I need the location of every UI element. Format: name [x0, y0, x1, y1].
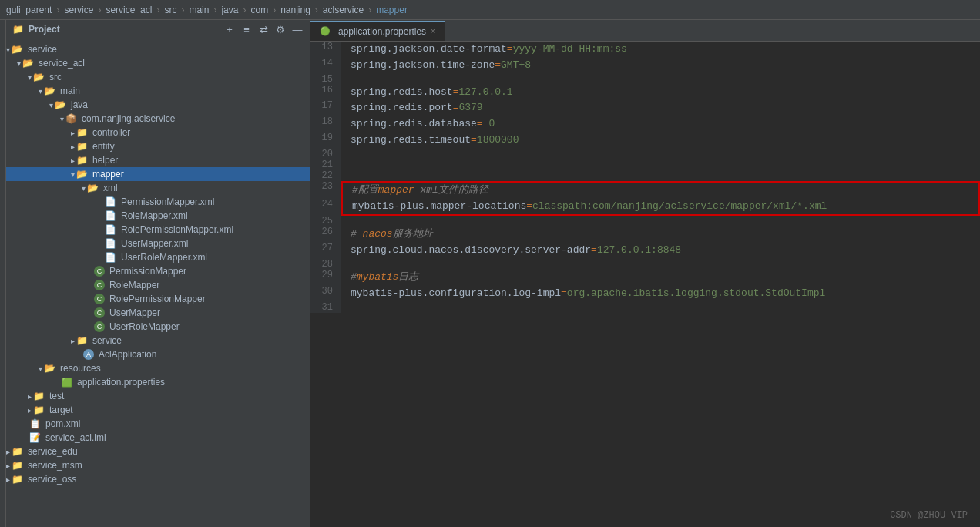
- line-content[interactable]: [341, 159, 980, 170]
- tree-item-UserMapper[interactable]: CUserMapper: [6, 306, 310, 320]
- line-content[interactable]: #mybatis日志: [341, 270, 980, 286]
- code-line-16: 16spring.redis.host=127.0.0.1: [310, 85, 980, 101]
- tree-item-UserRoleMapper[interactable]: CUserRoleMapper: [6, 320, 310, 334]
- tree-item-service_oss[interactable]: ▸📁service_oss: [6, 472, 310, 486]
- tab-application-properties[interactable]: 🟢 application.properties ×: [310, 21, 445, 41]
- tree-item-UserRoleMapper.xml[interactable]: 📄UserRoleMapper.xml: [6, 250, 310, 264]
- breadcrumb-item-2[interactable]: service_acl: [106, 5, 152, 15]
- watermark: CSDN @ZHOU_VIP: [890, 510, 968, 521]
- line-content[interactable]: spring.cloud.nacos.discovery.server-addr…: [341, 243, 980, 259]
- arrow-right-icon: ▸: [28, 392, 32, 401]
- tree-item-UserMapper.xml[interactable]: 📄UserMapper.xml: [6, 237, 310, 250]
- code-editor[interactable]: 13spring.jackson.date-format=yyyy-MM-dd …: [310, 42, 980, 527]
- tree-label: service_oss: [26, 474, 76, 485]
- line-content[interactable]: [341, 170, 980, 181]
- line-content[interactable]: spring.redis.timeout=1800000: [341, 133, 980, 149]
- tree-item-entity[interactable]: ▸📁entity: [6, 139, 310, 153]
- breadcrumb-item-7[interactable]: nanjing: [280, 5, 310, 15]
- line-content[interactable]: spring.jackson.time-zone=GMT+8: [341, 58, 980, 74]
- tree-item-application.properties[interactable]: 🟩application.properties: [6, 375, 310, 389]
- tree-item-xml[interactable]: ▾📂xml: [6, 181, 310, 195]
- line-content[interactable]: [341, 74, 980, 85]
- folder-open-icon: 📂: [33, 72, 45, 82]
- tree-item-PermissionMapper.xml[interactable]: 📄PermissionMapper.xml: [6, 195, 310, 209]
- tree-item-service_acl[interactable]: ▾📂service_acl: [6, 56, 310, 70]
- tab-close-button[interactable]: ×: [431, 27, 435, 35]
- breadcrumb-item-5[interactable]: java: [221, 5, 238, 15]
- folder-closed-icon: 📁: [76, 155, 88, 166]
- breadcrumb-item-6[interactable]: com: [250, 5, 268, 15]
- tree-item-test[interactable]: ▸📁test: [6, 389, 310, 403]
- tree-item-helper[interactable]: ▸📁helper: [6, 153, 310, 167]
- line-content[interactable]: # nacos服务地址: [341, 227, 980, 243]
- tree-item-resources[interactable]: ▾📂resources: [6, 361, 310, 375]
- tree-label: resources: [59, 363, 101, 374]
- xml-file-icon: 📄: [105, 196, 116, 207]
- breadcrumb-item-8[interactable]: aclservice: [323, 5, 364, 15]
- tree-item-RoleMapper[interactable]: CRoleMapper: [6, 278, 310, 292]
- folder-closed-icon: 📁: [12, 474, 23, 485]
- tree-item-java[interactable]: ▾📂java: [6, 98, 310, 112]
- settings-icon[interactable]: ⚙: [274, 23, 287, 35]
- tree-item-RolePermissionMapper.xml[interactable]: 📄RolePermissionMapper.xml: [6, 223, 310, 237]
- sidebar: 📁 Project + ≡ ⇄ ⚙ — ▾📂service▾📂service_a…: [6, 20, 310, 527]
- folder-closed-icon: 📁: [76, 127, 88, 138]
- line-number: 25: [310, 216, 341, 227]
- tree-item-service_edu[interactable]: ▸📁service_edu: [6, 445, 310, 458]
- tree-item-PermissionMapper[interactable]: CPermissionMapper: [6, 264, 310, 278]
- tree-item-AclApplication[interactable]: AAclApplication: [6, 347, 310, 361]
- breadcrumb-sep-7: ›: [273, 5, 276, 15]
- tree-item-mapper[interactable]: ▾📂mapper: [6, 167, 310, 181]
- tree-item-pom.xml[interactable]: 📋pom.xml: [6, 417, 310, 431]
- line-number: 21: [310, 159, 341, 170]
- tree-label: entity: [91, 141, 115, 152]
- code-line-23: 23#配置mapper xml文件的路径: [310, 181, 980, 199]
- minimize-icon[interactable]: —: [291, 23, 304, 35]
- line-content[interactable]: [341, 149, 980, 159]
- tree-item-com.nanjing.aclservice[interactable]: ▾📦com.nanjing.aclservice: [6, 112, 310, 126]
- tree-item-controller[interactable]: ▸📁controller: [6, 126, 310, 139]
- tree-item-target[interactable]: ▸📁target: [6, 403, 310, 417]
- sync-icon[interactable]: ⇄: [257, 23, 270, 35]
- tree-item-service_msm[interactable]: ▸📁service_msm: [6, 458, 310, 472]
- line-number: 31: [310, 302, 341, 313]
- tree-item-src[interactable]: ▾📂src: [6, 70, 310, 84]
- folder-open-icon: 📂: [44, 363, 55, 374]
- tree-item-RoleMapper.xml[interactable]: 📄RoleMapper.xml: [6, 209, 310, 223]
- line-number: 23: [310, 181, 341, 199]
- breadcrumb-item-0[interactable]: guli_parent: [6, 5, 52, 15]
- tree-item-main[interactable]: ▾📂main: [6, 84, 310, 98]
- code-line-30: 30mybatis-plus.configuration.log-impl=or…: [310, 286, 980, 302]
- breadcrumb-item-9[interactable]: mapper: [376, 5, 408, 15]
- java-green-icon: C: [94, 307, 105, 318]
- tree-item-service_folder[interactable]: ▸📁service: [6, 334, 310, 347]
- breadcrumb-item-3[interactable]: src: [164, 5, 176, 15]
- tree-item-RolePermissionMapper[interactable]: CRolePermissionMapper: [6, 292, 310, 306]
- line-content[interactable]: spring.jackson.date-format=yyyy-MM-dd HH…: [341, 42, 980, 58]
- folder-open-icon: 📂: [12, 44, 23, 55]
- line-content[interactable]: mybatis-plus.mapper-locations=classpath:…: [341, 199, 980, 217]
- add-icon[interactable]: +: [223, 23, 236, 35]
- line-content[interactable]: [341, 302, 980, 313]
- arrow-right-icon: ▸: [28, 406, 32, 415]
- java-blue-icon: A: [83, 349, 94, 360]
- tree-label: controller: [91, 127, 130, 138]
- line-content[interactable]: [341, 216, 980, 227]
- breadcrumb-item-4[interactable]: main: [189, 5, 209, 15]
- line-content[interactable]: [341, 259, 980, 270]
- list-icon[interactable]: ≡: [240, 23, 253, 35]
- line-content[interactable]: #配置mapper xml文件的路径: [341, 181, 980, 199]
- tree-item-service[interactable]: ▾📂service: [6, 42, 310, 56]
- line-content[interactable]: spring.redis.database= 0: [341, 116, 980, 133]
- code-line-19: 19spring.redis.timeout=1800000: [310, 133, 980, 149]
- line-content[interactable]: spring.redis.host=127.0.0.1: [341, 85, 980, 101]
- code-line-14: 14spring.jackson.time-zone=GMT+8: [310, 58, 980, 74]
- tree-item-service_acl.iml[interactable]: 📝service_acl.iml: [6, 431, 310, 445]
- line-content[interactable]: mybatis-plus.configuration.log-impl=org.…: [341, 286, 980, 302]
- breadcrumb-sep: ›: [56, 5, 59, 15]
- tree-label: xml: [102, 183, 118, 193]
- line-content[interactable]: spring.redis.port=6379: [341, 100, 980, 116]
- breadcrumb-sep-3: ›: [156, 5, 159, 15]
- breadcrumb-item-1[interactable]: service: [64, 5, 93, 15]
- arrow-right-icon: ▸: [71, 143, 75, 151]
